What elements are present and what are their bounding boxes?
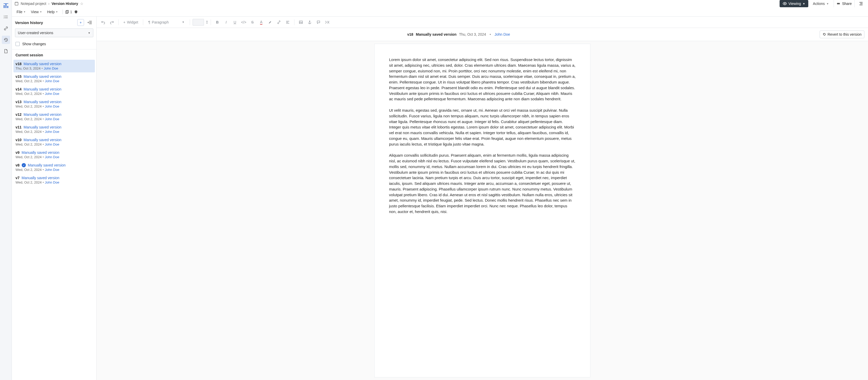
chevron-down-icon: ▼: [182, 21, 185, 24]
version-item[interactable]: v11Manually saved versionWed, Oct 2, 202…: [13, 123, 95, 136]
version-num: v11: [16, 125, 22, 129]
widget-button[interactable]: +Widget: [121, 19, 141, 25]
version-item[interactable]: v8✓Manually saved versionWed, Oct 2, 202…: [13, 161, 95, 174]
svg-rect-2: [7, 6, 8, 8]
editor-toolbar: +Widget ¶Paragraph ▼ ▲▼ B I U </> S A: [97, 17, 868, 28]
breadcrumb-sep: ›: [48, 2, 50, 6]
version-author[interactable]: John Doe: [45, 117, 59, 121]
viewing-label: Viewing: [788, 2, 801, 6]
version-title: Manually saved version: [24, 100, 61, 104]
version-title: Manually saved version: [28, 163, 66, 167]
banner-version-author[interactable]: John Doe: [495, 32, 510, 36]
list-icon[interactable]: 12: [2, 13, 10, 21]
comment-icon[interactable]: [315, 18, 322, 26]
version-date: Wed, Oct 2, 2024: [16, 168, 42, 172]
revert-button[interactable]: Revert to this version: [820, 31, 865, 38]
text-color-icon[interactable]: A: [257, 18, 265, 26]
version-author[interactable]: John Doe: [44, 66, 58, 70]
svg-rect-26: [299, 21, 303, 24]
version-author[interactable]: John Doe: [45, 181, 59, 184]
undo-icon[interactable]: [99, 18, 107, 26]
add-version-button[interactable]: +: [77, 19, 84, 26]
help-menu[interactable]: Help▼: [45, 9, 60, 15]
app-logo-icon[interactable]: [2, 2, 10, 10]
view-menu[interactable]: View▼: [29, 9, 44, 15]
version-item[interactable]: v12Manually saved versionWed, Oct 2, 202…: [13, 110, 95, 123]
outline-icon[interactable]: [857, 0, 865, 7]
anchor-icon[interactable]: [306, 18, 314, 26]
history-icon[interactable]: [2, 36, 10, 44]
version-author[interactable]: John Doe: [45, 155, 59, 159]
sidebar-title: Version history: [15, 21, 75, 25]
page-icon[interactable]: [2, 47, 10, 55]
code-icon[interactable]: </>: [240, 18, 248, 26]
version-item[interactable]: v10Manually saved versionWed, Oct 2, 202…: [13, 136, 95, 148]
paragraph-style-select[interactable]: ¶Paragraph ▼: [146, 19, 187, 25]
version-date: Wed, Oct 2, 2024: [16, 181, 42, 184]
breadcrumb-project[interactable]: Notepad project: [21, 2, 46, 6]
version-author[interactable]: John Doe: [45, 168, 59, 172]
file-menu[interactable]: File▼: [14, 9, 28, 15]
font-size-input[interactable]: [193, 19, 204, 26]
version-item[interactable]: v9Manually saved versionWed, Oct 2, 2024…: [13, 148, 95, 161]
version-author[interactable]: John Doe: [45, 79, 59, 83]
version-item[interactable]: v14Manually saved versionWed, Oct 2, 202…: [13, 85, 95, 98]
align-icon[interactable]: [284, 18, 291, 26]
breadcrumb-bar: Notepad project › Version History ☆ View…: [12, 0, 868, 7]
actions-label: Actions: [813, 2, 825, 6]
version-title: Manually saved version: [24, 87, 61, 91]
show-changes-label: Show changes: [22, 42, 46, 46]
svg-rect-3: [4, 3, 8, 4]
chevron-down-icon: ▼: [88, 32, 90, 34]
version-author[interactable]: John Doe: [45, 92, 59, 96]
version-author[interactable]: John Doe: [45, 142, 59, 146]
version-num: v9: [16, 151, 20, 155]
version-filter-select[interactable]: User-created versions ▼: [15, 28, 93, 37]
file-label: File: [17, 10, 23, 14]
formula-icon[interactable]: [323, 18, 331, 26]
paragraph-label: Paragraph: [152, 20, 168, 24]
version-item[interactable]: v13Manually saved versionWed, Oct 2, 202…: [13, 98, 95, 110]
font-size-stepper[interactable]: ▲▼: [205, 20, 208, 24]
link-icon[interactable]: [2, 24, 10, 33]
version-num: v15: [16, 74, 22, 78]
star-icon[interactable]: ☆: [80, 2, 84, 6]
image-icon[interactable]: [297, 18, 305, 26]
underline-icon[interactable]: U: [231, 18, 239, 26]
copies-count: 1: [70, 10, 72, 14]
breadcrumb-title[interactable]: Version History: [52, 2, 78, 6]
shield-icon[interactable]: [73, 9, 79, 15]
show-changes-checkbox[interactable]: [16, 42, 20, 46]
left-icon-rail: 12: [0, 0, 12, 380]
svg-text:1: 1: [4, 15, 5, 17]
share-button[interactable]: Share: [834, 0, 855, 7]
versions-list: Current session v18Manually saved versio…: [12, 50, 96, 380]
version-item[interactable]: v18Manually saved versionThu, Oct 3, 202…: [13, 60, 95, 72]
version-item[interactable]: v7Manually saved versionWed, Oct 2, 2024…: [13, 174, 95, 186]
viewing-mode-button[interactable]: Viewing ▼: [780, 0, 808, 7]
collapse-sidebar-icon[interactable]: [87, 19, 93, 26]
redo-icon[interactable]: [108, 18, 116, 26]
version-author[interactable]: John Doe: [45, 130, 59, 134]
version-author[interactable]: John Doe: [45, 104, 59, 108]
copies-indicator[interactable]: 1: [65, 10, 72, 14]
dot: •: [489, 32, 492, 36]
version-item[interactable]: v15Manually saved versionWed, Oct 2, 202…: [13, 72, 95, 85]
strikethrough-icon[interactable]: S: [249, 18, 256, 26]
paragraph: Aliquam convallis sollicitudin purus. Pr…: [389, 153, 576, 214]
version-title: Manually saved version: [22, 151, 59, 155]
version-num: v13: [16, 100, 22, 104]
revert-label: Revert to this version: [828, 32, 862, 36]
actions-menu[interactable]: Actions ▼: [810, 0, 832, 7]
version-date: Wed, Oct 2, 2024: [16, 104, 42, 108]
link-icon[interactable]: [275, 18, 283, 26]
document-scroll[interactable]: Lorem ipsum dolor sit amet, consectetur …: [97, 41, 868, 380]
italic-icon[interactable]: I: [222, 18, 230, 26]
version-date: Wed, Oct 2, 2024: [16, 92, 42, 96]
chevron-down-icon: ▼: [826, 2, 829, 5]
bold-icon[interactable]: B: [214, 18, 221, 26]
version-title: Manually saved version: [22, 176, 59, 180]
highlight-icon[interactable]: [266, 18, 274, 26]
version-banner: v18 Manually saved version Thu, Oct 3, 2…: [97, 28, 868, 41]
view-label: View: [31, 10, 38, 14]
